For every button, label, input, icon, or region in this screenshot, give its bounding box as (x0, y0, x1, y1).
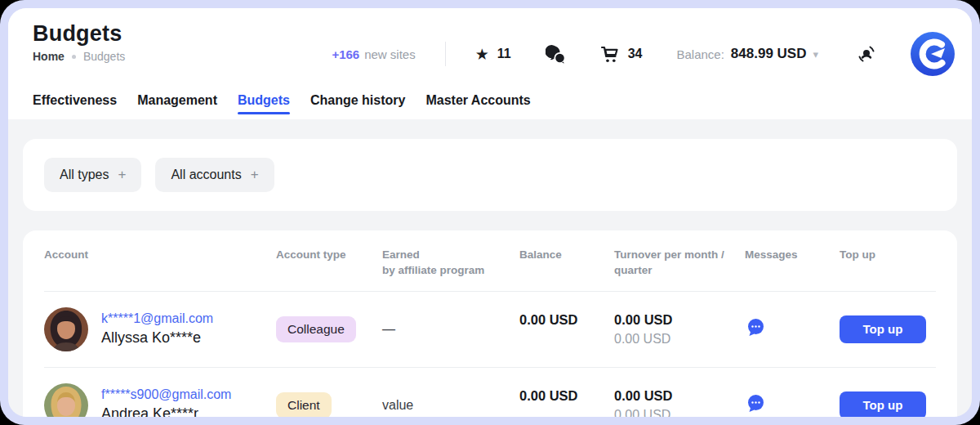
top-up-button[interactable]: Top up (840, 315, 926, 343)
chat-bubbles-icon (546, 44, 566, 65)
window-frame: Budgets Home Budgets +166 new sites ★ 11 (0, 0, 980, 425)
topbar-divider (445, 42, 446, 66)
favorites-count: 11 (497, 47, 511, 61)
table-header-row: Account Account type Earnedby affiliate … (44, 230, 936, 292)
table-row: f*****s900@gmail.com Andrea Ke****r Clie… (44, 368, 936, 417)
turnover-cell: 0.00 USD 0.00 USD (614, 388, 745, 417)
col-account: Account (44, 248, 276, 263)
account-name: Allyssa Ko****e (101, 329, 213, 347)
col-earned: Earnedby affiliate program (382, 248, 519, 279)
support-person-icon (856, 43, 877, 65)
tab-budgets[interactable]: Budgets (238, 93, 290, 119)
tab-effectiveness[interactable]: Effectiveness (33, 93, 117, 119)
turnover-quarter: 0.00 USD (614, 408, 745, 417)
tab-bar: Effectiveness Management Budgets Change … (33, 93, 956, 119)
messages-button[interactable] (546, 44, 566, 65)
filter-all-types[interactable]: All types + (44, 158, 141, 192)
cart-stat[interactable]: 34 (600, 44, 643, 64)
account-email-link[interactable]: k*****1@gmail.com (101, 311, 213, 326)
topbar: Budgets Home Budgets +166 new sites ★ 11 (33, 21, 956, 77)
budgets-table: Account Account type Earnedby affiliate … (23, 230, 957, 417)
balance-dropdown[interactable]: Balance: 848.99 USD ▾ (676, 46, 818, 62)
new-sites-count: +166 (332, 47, 359, 61)
balance-label: Balance: (676, 47, 724, 61)
table-row: k*****1@gmail.com Allyssa Ko****e Collea… (44, 292, 936, 368)
turnover-cell: 0.00 USD 0.00 USD (614, 312, 745, 347)
filter-all-accounts[interactable]: All accounts + (155, 158, 274, 192)
account-email-link[interactable]: f*****s900@gmail.com (101, 387, 231, 402)
plus-icon: + (251, 167, 259, 183)
chat-bubble-icon (745, 392, 767, 414)
breadcrumb-separator-dot (72, 55, 76, 59)
account-type-badge: Client (276, 392, 332, 417)
breadcrumb-home-link[interactable]: Home (33, 50, 65, 63)
chevron-down-icon: ▾ (813, 48, 818, 60)
filter-all-types-label: All types (60, 168, 109, 182)
balance-cell: 0.00 USD (519, 312, 614, 328)
balance-cell: 0.00 USD (519, 388, 614, 404)
turnover-quarter: 0.00 USD (614, 332, 745, 347)
tab-master-accounts[interactable]: Master Accounts (425, 93, 530, 119)
col-account-type: Account type (276, 248, 382, 263)
header-zone: Budgets Home Budgets +166 new sites ★ 11 (8, 8, 972, 119)
turnover-month: 0.00 USD (614, 388, 745, 404)
favorites-stat[interactable]: ★ 11 (475, 47, 511, 62)
new-sites-link[interactable]: +166 new sites (332, 47, 415, 61)
cart-count: 34 (628, 47, 643, 61)
col-turnover: Turnover per month /quarter (614, 248, 745, 279)
account-name: Andrea Ke****r (101, 405, 231, 417)
message-button[interactable] (745, 392, 768, 417)
star-icon: ★ (475, 47, 489, 62)
turnover-month: 0.00 USD (614, 312, 745, 328)
top-up-button[interactable]: Top up (840, 391, 926, 417)
message-button[interactable] (745, 316, 768, 342)
col-top-up: Top up (840, 248, 936, 263)
avatar (44, 383, 88, 417)
new-sites-label: new sites (364, 47, 416, 61)
support-button[interactable] (856, 43, 877, 65)
brand-logo[interactable] (910, 31, 956, 77)
balance-value: 848.99 USD (731, 46, 807, 62)
filter-panel: All types + All accounts + (23, 139, 957, 211)
title-block: Budgets Home Budgets (33, 21, 125, 63)
col-messages: Messages (745, 248, 840, 263)
col-balance: Balance (519, 248, 614, 263)
tab-change-history[interactable]: Change history (310, 93, 405, 119)
plus-icon: + (118, 167, 126, 183)
cart-icon (600, 44, 620, 64)
filter-all-accounts-label: All accounts (171, 168, 241, 182)
earned-value: value (382, 398, 519, 413)
breadcrumb: Home Budgets (33, 50, 125, 63)
earned-value: — (382, 322, 519, 337)
page-title: Budgets (33, 21, 125, 47)
account-cell: k*****1@gmail.com Allyssa Ko****e (44, 307, 276, 351)
tab-management[interactable]: Management (137, 93, 217, 119)
account-cell: f*****s900@gmail.com Andrea Ke****r (44, 383, 276, 417)
breadcrumb-current: Budgets (83, 50, 125, 63)
account-type-badge: Colleague (276, 316, 356, 342)
avatar (44, 307, 88, 351)
page-content: All types + All accounts + Account Accou… (8, 119, 972, 417)
topbar-actions: +166 new sites ★ 11 (332, 21, 956, 77)
chat-bubble-icon (745, 316, 767, 338)
app-window: Budgets Home Budgets +166 new sites ★ 11 (8, 8, 972, 417)
